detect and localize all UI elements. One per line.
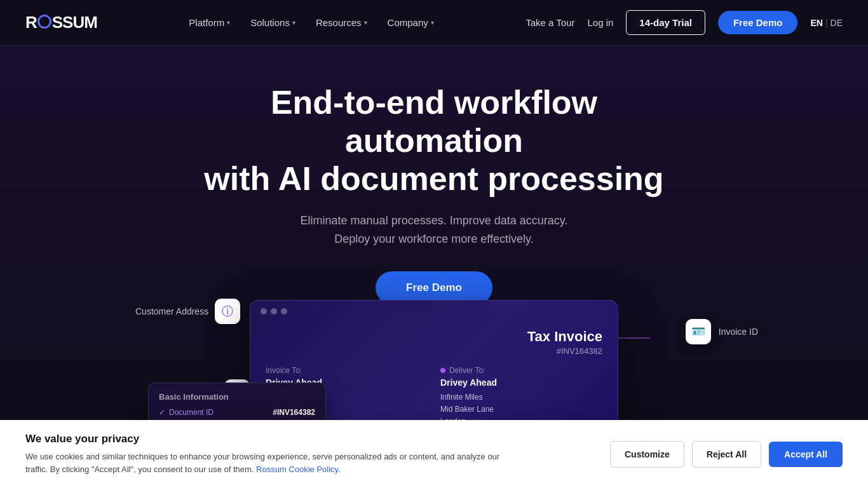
window-dots <box>250 301 618 322</box>
document-id-row: ✓ Document ID #INV164382 <box>159 408 315 417</box>
invoice-title: Tax Invoice <box>266 329 602 345</box>
logo[interactable]: RSSUM <box>25 13 97 32</box>
invoice-id-label: 🪪 Invoice ID <box>686 319 758 344</box>
id-card-icon: 🪪 <box>691 325 705 339</box>
take-tour-link[interactable]: Take a Tour <box>526 17 574 28</box>
cookie-title: We value your privacy <box>25 433 521 445</box>
nav-resources[interactable]: Resources ▾ <box>316 17 367 28</box>
nav-links: Platform ▾ Solutions ▾ Resources ▾ Compa… <box>189 17 433 28</box>
lang-de[interactable]: DE <box>831 18 843 28</box>
nav-right: Take a Tour Log in 14-day Trial Free Dem… <box>526 10 843 35</box>
chevron-down-icon: ▾ <box>292 19 295 26</box>
lang-en[interactable]: EN <box>810 18 822 28</box>
lang-separator: | <box>825 18 828 28</box>
language-switcher: EN | DE <box>810 18 843 28</box>
info-icon: ⓘ <box>222 304 233 319</box>
chevron-down-icon: ▾ <box>227 19 230 26</box>
nav-company[interactable]: Company ▾ <box>388 17 434 28</box>
chevron-down-icon: ▾ <box>364 19 367 26</box>
customer-address-icon-box: ⓘ <box>215 299 240 324</box>
invoice-number: #INV164382 <box>266 346 602 356</box>
invoice-id-icon-box: 🪪 <box>686 319 711 344</box>
hero-headline: End-to-end workflow automation with AI d… <box>180 84 688 198</box>
login-link[interactable]: Log in <box>587 17 613 28</box>
nav-platform[interactable]: Platform ▾ <box>189 17 230 28</box>
customer-address-label: Customer Address ⓘ <box>135 299 240 324</box>
chevron-down-icon: ▾ <box>431 19 434 26</box>
trial-button[interactable]: 14-day Trial <box>626 10 705 35</box>
navbar: RSSUM Platform ▾ Solutions ▾ Resources ▾… <box>0 0 868 46</box>
cookie-banner: We value your privacy We use cookies and… <box>0 420 868 488</box>
hero-subtext: Eliminate manual processes. Improve data… <box>301 212 568 248</box>
cookie-text: We value your privacy We use cookies and… <box>25 433 521 475</box>
accept-all-button[interactable]: Accept All <box>769 442 843 467</box>
check-icon: ✓ <box>159 408 165 417</box>
deliver-dot-icon <box>440 368 445 373</box>
nav-demo-button[interactable]: Free Demo <box>718 11 798 34</box>
reject-all-button[interactable]: Reject All <box>692 441 761 468</box>
logo-text: RSSUM <box>25 13 97 32</box>
cookie-policy-link[interactable]: Rossum Cookie Policy <box>256 464 338 474</box>
nav-solutions[interactable]: Solutions ▾ <box>250 17 295 28</box>
hero-section: End-to-end workflow automation with AI d… <box>0 46 868 446</box>
cookie-body: We use cookies and similar techniques to… <box>25 451 521 475</box>
cookie-buttons: Customize Reject All Accept All <box>610 441 843 468</box>
customize-button[interactable]: Customize <box>610 441 684 468</box>
